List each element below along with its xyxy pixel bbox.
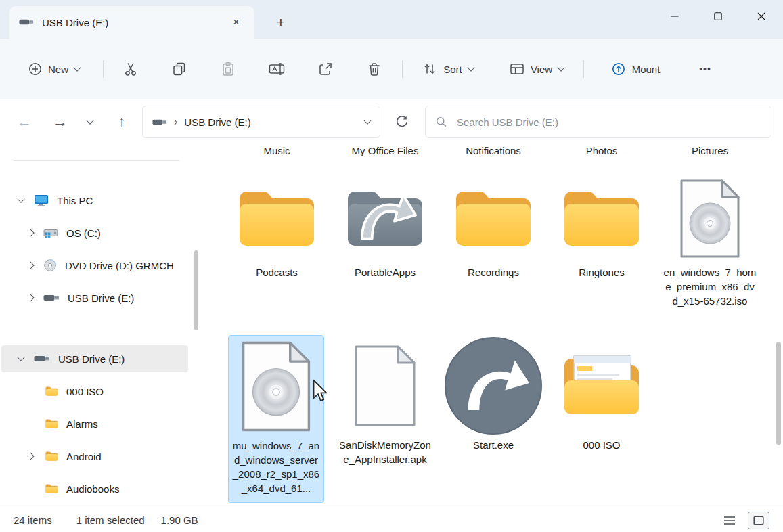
file-tile-pictures[interactable]: Pictures (661, 145, 759, 156)
sidebar-item-label: Alarms (66, 418, 98, 430)
sidebar-item-os-c[interactable]: OS (C:) (1, 219, 188, 246)
chevron-right-icon[interactable] (26, 294, 34, 301)
mount-button[interactable]: Mount (598, 54, 673, 84)
file-tile-en-windows-iso[interactable]: en_windows_7_home_premium_x86_dvd_x15-65… (661, 173, 759, 308)
copy-icon (172, 62, 187, 76)
file-tile-photos[interactable]: Photos (552, 145, 651, 156)
sort-label: Sort (443, 64, 462, 75)
view-button[interactable]: View (501, 54, 573, 84)
maximize-button[interactable] (696, 0, 740, 32)
sort-button[interactable]: Sort (414, 54, 482, 84)
content-scrollbar-thumb[interactable] (776, 342, 781, 445)
minimize-icon (671, 12, 679, 20)
file-tile-portableapps[interactable]: PortableApps (336, 173, 434, 280)
os-drive-icon (43, 227, 58, 239)
back-arrow-icon: ← (17, 113, 32, 131)
sidebar-item-android[interactable]: Android (1, 443, 188, 470)
breadcrumb-location[interactable]: USB Drive (E:) (184, 116, 250, 128)
chevron-down-icon[interactable] (17, 195, 24, 202)
usb-drive-icon (43, 294, 60, 302)
file-tile-start-exe[interactable]: Start.exe (444, 335, 543, 452)
delete-button[interactable] (359, 54, 389, 84)
breadcrumb-separator: › (174, 116, 177, 128)
tab-close-button[interactable]: × (227, 14, 245, 31)
sidebar-item-usb-drive-root[interactable]: USB Drive (E:) (1, 345, 188, 372)
sidebar-item-usb-drive[interactable]: USB Drive (E:) (1, 284, 188, 311)
share-icon (318, 62, 333, 76)
file-label: SanDiskMemoryZone_AppInstaller.apk (336, 437, 434, 466)
view-icon (510, 62, 524, 76)
toolbar-separator (583, 60, 584, 78)
sidebar-item-label: DVD Drive (D:) GRMCH (65, 260, 174, 271)
new-plus-icon (28, 62, 42, 76)
sidebar-item-this-pc[interactable]: This PC (1, 187, 188, 214)
chevron-right-icon[interactable] (26, 261, 34, 269)
sidebar-item-label: This PC (57, 195, 93, 206)
application-icon (443, 336, 543, 436)
minimize-button[interactable] (653, 0, 696, 32)
more-options-button[interactable]: ••• (690, 54, 720, 84)
file-icon (353, 345, 418, 427)
file-tile-podcasts[interactable]: Podcasts (227, 173, 326, 280)
chevron-right-icon[interactable] (26, 452, 34, 460)
address-bar[interactable]: › USB Drive (E:) (142, 106, 380, 138)
new-tab-button[interactable]: + (269, 12, 292, 33)
status-bar: 24 items 1 item selected 1.90 GB (0, 508, 783, 532)
sidebar-item-dvd-drive[interactable]: DVD Drive (D:) GRMCH (1, 252, 188, 279)
recent-locations-button[interactable] (79, 107, 102, 137)
tab-usb-drive[interactable]: USB Drive (E:) × (9, 6, 254, 39)
selection-size: 1.90 GB (161, 514, 198, 526)
share-button[interactable] (311, 54, 340, 84)
large-icons-view-button[interactable] (748, 512, 769, 529)
sidebar-item-audiobooks[interactable]: Audiobooks (1, 475, 188, 502)
folder-icon (236, 186, 318, 251)
this-pc-icon (34, 194, 49, 207)
sidebar-item-alarms[interactable]: Alarms (1, 410, 188, 437)
new-button[interactable]: New (16, 54, 92, 84)
cut-button[interactable] (116, 54, 146, 84)
file-list: Music My Office Files Notifications Phot… (203, 143, 783, 508)
sidebar-item-000-iso[interactable]: 000 ISO (1, 378, 188, 405)
file-tile-my-office-files[interactable]: My Office Files (336, 145, 434, 156)
usb-drive-icon (34, 355, 50, 363)
chevron-down-icon[interactable] (17, 353, 24, 361)
mount-label: Mount (632, 64, 661, 75)
forward-arrow-icon: → (53, 113, 68, 131)
paste-button[interactable] (213, 54, 243, 84)
sidebar-scrollbar-thumb[interactable] (194, 250, 198, 330)
folder-icon (452, 186, 535, 251)
search-box (425, 106, 771, 138)
chevron-right-icon[interactable] (26, 229, 34, 236)
file-tile-notifications[interactable]: Notifications (444, 145, 543, 156)
file-tile-ringtones[interactable]: Ringtones (552, 173, 651, 280)
refresh-button[interactable] (387, 107, 417, 137)
paste-icon (221, 62, 236, 76)
forward-button[interactable]: → (45, 107, 75, 137)
back-button[interactable]: ← (9, 107, 39, 137)
file-tile-recordings[interactable]: Recordings (444, 173, 543, 280)
app-folder-icon (344, 186, 426, 251)
file-tile-sandisk-apk[interactable]: SanDiskMemoryZone_AppInstaller.apk (336, 335, 434, 466)
file-tile-000-iso-folder[interactable]: 000 ISO (552, 335, 651, 452)
close-button[interactable] (740, 0, 783, 32)
navigation-pane: This PC OS (C:) DVD Drive (D:) GRMCH USB… (0, 143, 203, 508)
file-tile-music[interactable]: Music (227, 145, 326, 156)
file-tile-mu-windows-iso-selected[interactable]: mu_windows_7_and_windows_server_2008_r2_… (228, 335, 324, 503)
search-input[interactable] (455, 116, 761, 129)
chevron-down-icon (467, 64, 474, 71)
sidebar-item-label: USB Drive (E:) (68, 292, 134, 304)
file-label: Start.exe (470, 437, 516, 452)
mount-icon (611, 62, 626, 76)
tab-bar: USB Drive (E:) × + (0, 0, 783, 39)
up-button[interactable]: ↑ (107, 107, 137, 137)
selection-count: 1 item selected (76, 514, 145, 526)
details-view-button[interactable] (719, 512, 740, 529)
copy-button[interactable] (164, 54, 194, 84)
address-dropdown-icon[interactable] (363, 116, 371, 124)
rename-button[interactable] (262, 54, 292, 84)
maximize-icon (714, 12, 722, 20)
sidebar-item-label: 000 ISO (66, 386, 104, 397)
toolbar-separator (103, 60, 104, 78)
sidebar-item-label: OS (C:) (66, 227, 101, 239)
file-label: Podcasts (253, 264, 300, 280)
